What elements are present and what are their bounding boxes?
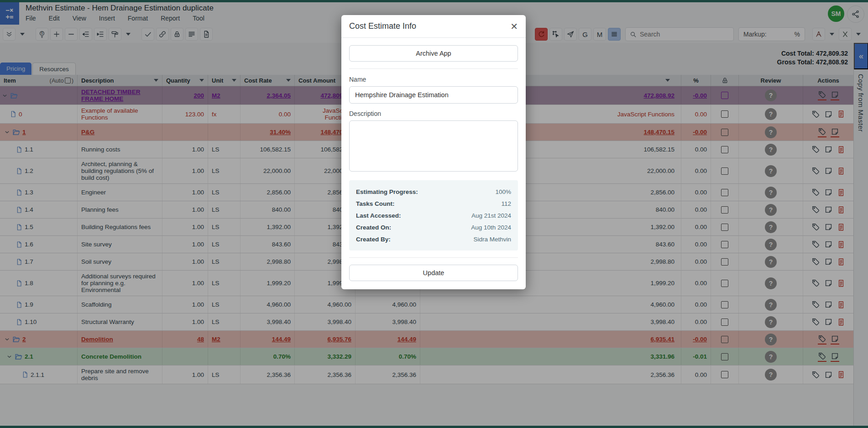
archive-app-button[interactable]: Archive App — [349, 45, 518, 62]
update-button[interactable]: Update — [349, 265, 518, 281]
info-value: Sidra Methvin — [473, 236, 511, 243]
name-input[interactable] — [349, 86, 518, 104]
info-row: Created By:Sidra Methvin — [356, 233, 511, 245]
info-label: Last Accessed: — [356, 212, 401, 219]
description-label: Description — [349, 110, 518, 117]
close-icon[interactable]: ✕ — [510, 22, 518, 31]
name-label: Name — [349, 76, 518, 83]
info-label: Estimating Progress: — [356, 188, 418, 195]
info-row: Estimating Progress:100% — [356, 186, 511, 198]
divider — [349, 68, 518, 69]
estimate-info-box: Estimating Progress:100%Tasks Count:112L… — [349, 180, 518, 251]
info-value: Aug 10th 2024 — [471, 224, 511, 231]
info-label: Tasks Count: — [356, 200, 395, 207]
info-row: Tasks Count:112 — [356, 198, 511, 209]
app-screen: −× += Methvin Estimate - Hem Drainage Es… — [0, 0, 868, 428]
divider — [349, 257, 518, 258]
info-label: Created On: — [356, 224, 391, 231]
info-value: 100% — [495, 188, 511, 195]
info-label: Created By: — [356, 236, 391, 243]
modal-title: Cost Estimate Info — [349, 21, 416, 31]
modal-header: Cost Estimate Info ✕ — [341, 15, 526, 38]
modal-body: Archive App Name Description Estimating … — [341, 38, 526, 289]
info-row: Last Accessed:Aug 21st 2024 — [356, 209, 511, 221]
info-value: 112 — [501, 200, 511, 207]
info-row: Created On:Aug 10th 2024 — [356, 221, 511, 233]
description-textarea[interactable] — [349, 120, 518, 172]
cost-estimate-info-modal: Cost Estimate Info ✕ Archive App Name De… — [341, 15, 526, 289]
info-value: Aug 21st 2024 — [471, 212, 511, 219]
